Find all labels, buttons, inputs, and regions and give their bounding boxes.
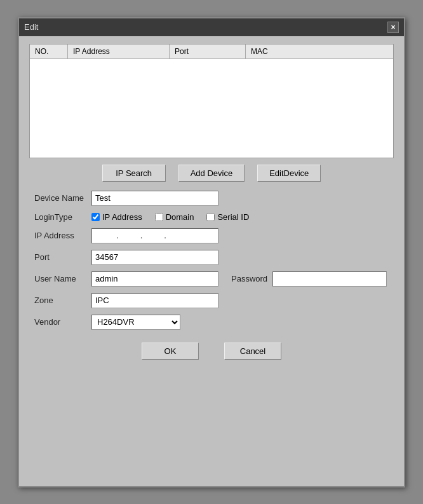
port-row: Port: [34, 250, 389, 265]
add-device-button[interactable]: Add Device: [178, 165, 245, 182]
edit-device-button[interactable]: EditDevice: [257, 165, 321, 182]
ip-segment-3[interactable]: [143, 231, 163, 240]
title-bar: Edit ×: [19, 18, 404, 36]
ip-address-checkbox-label: IP Address: [102, 212, 142, 222]
col-no: NO.: [30, 44, 68, 58]
dialog-content: NO. IP Address Port MAC IP Search Add De…: [19, 36, 404, 370]
ip-address-row: IP Address . . .: [34, 228, 389, 243]
domain-checkbox-label: Domain: [166, 212, 194, 222]
col-port: Port: [170, 44, 246, 58]
domain-checkbox[interactable]: [155, 213, 163, 221]
dialog-title: Edit: [24, 22, 38, 32]
col-ip: IP Address: [68, 44, 170, 58]
vendor-row: Vendor H264DVR ONVIF Other: [34, 315, 389, 330]
edit-dialog: Edit × NO. IP Address Port MAC IP Search…: [18, 17, 405, 487]
login-type-row: LoginType IP Address Domain Serial ID: [34, 212, 389, 222]
action-buttons: IP Search Add Device EditDevice: [29, 165, 394, 182]
ip-address-checkbox[interactable]: [91, 213, 100, 221]
ip-dot-3: .: [164, 231, 166, 240]
cancel-button[interactable]: Cancel: [224, 343, 281, 360]
login-type-label: LoginType: [34, 212, 91, 222]
col-mac: MAC: [246, 44, 393, 58]
username-input[interactable]: [91, 271, 218, 287]
ip-address-checkbox-group: IP Address: [91, 212, 142, 222]
close-button[interactable]: ×: [387, 22, 399, 33]
ok-cancel-row: OK Cancel: [29, 343, 394, 360]
ip-segment-2[interactable]: [119, 231, 140, 240]
serial-id-checkbox-label: Serial ID: [217, 212, 249, 222]
device-name-label: Device Name: [34, 193, 91, 203]
serial-id-checkbox-group: Serial ID: [206, 212, 249, 222]
serial-id-checkbox[interactable]: [206, 213, 215, 221]
password-input[interactable]: [272, 271, 387, 287]
ip-dot-1: .: [116, 231, 119, 240]
zone-input[interactable]: [91, 293, 218, 308]
ok-button[interactable]: OK: [142, 343, 199, 360]
domain-checkbox-group: Domain: [155, 212, 194, 222]
ip-address-label: IP Address: [34, 231, 91, 240]
device-name-row: Device Name: [34, 191, 389, 206]
device-name-input[interactable]: [91, 191, 218, 206]
ip-search-button[interactable]: IP Search: [102, 165, 166, 182]
zone-row: Zone: [34, 293, 389, 308]
port-input[interactable]: [91, 250, 218, 265]
login-type-options: IP Address Domain Serial ID: [91, 212, 249, 222]
zone-label: Zone: [34, 296, 91, 305]
vendor-select[interactable]: H264DVR ONVIF Other: [91, 315, 180, 330]
table-header: NO. IP Address Port MAC: [30, 44, 393, 59]
vendor-label: Vendor: [34, 317, 91, 327]
form-section: Device Name LoginType IP Address Domain: [29, 191, 394, 330]
username-label: User Name: [34, 274, 91, 283]
device-table: NO. IP Address Port MAC: [29, 44, 394, 158]
table-body: [30, 59, 393, 153]
ip-segment-1[interactable]: [95, 231, 116, 240]
ip-dot-2: .: [140, 231, 143, 240]
password-label: Password: [231, 274, 267, 283]
ip-segment-4[interactable]: [167, 231, 187, 240]
username-row: User Name Password: [34, 271, 389, 287]
port-label: Port: [34, 252, 91, 262]
ip-input-group: . . .: [91, 228, 218, 243]
